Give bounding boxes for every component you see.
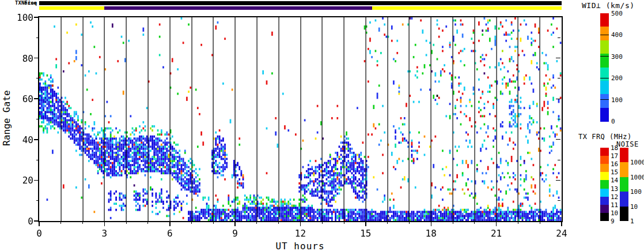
x-tick-label: 12	[288, 228, 313, 239]
txfrq-colorbar-label: 15	[611, 168, 618, 176]
txfrq-colorbar-label: 12	[611, 193, 618, 201]
y-minor-tick	[36, 38, 39, 38]
colorbar-segment	[600, 148, 609, 156]
noise-colorbar-label: 10000	[630, 159, 644, 166]
x-major-tick	[39, 221, 40, 226]
y-axis-title: Range Gate	[1, 69, 12, 167]
wid-colorbar-label: 500	[611, 10, 623, 17]
txfrq-colorbar-label: 11	[611, 201, 618, 209]
y-right-tick	[558, 160, 560, 160]
y-major-tick	[34, 139, 39, 140]
txfrq-colorbar-label: 13	[611, 185, 618, 193]
x-minor-tick	[147, 221, 148, 224]
wid-colorbar-label: 200	[611, 74, 623, 82]
y-tick-label: 100	[13, 12, 33, 23]
x-minor-tick	[191, 221, 192, 224]
y-right-tick	[558, 78, 560, 78]
txfrq-colorbar-label: 17	[611, 152, 618, 160]
wid-colorbar-label: 400	[611, 31, 623, 39]
x-tick-label: 0	[26, 228, 52, 239]
x-axis-title: UT hours	[248, 241, 352, 251]
noise-colorbar-label: 1000	[630, 174, 644, 181]
wid-colorbar-tickline	[600, 35, 609, 35]
txfreq-bar-label: TX Freq	[0, 0, 37, 6]
x-minor-tick	[278, 221, 279, 224]
y-right-tick	[558, 38, 560, 38]
txfrq-colorbar	[600, 148, 609, 221]
noise-colorbar-label: 100	[630, 188, 642, 196]
x-minor-tick	[453, 221, 453, 224]
x-tick-label: 18	[418, 228, 444, 239]
y-tick-label: 60	[13, 93, 33, 104]
y-right-tick	[556, 139, 560, 140]
y-tick-label: 20	[13, 175, 33, 186]
x-minor-tick	[82, 221, 83, 224]
y-tick-label: 80	[13, 53, 33, 64]
y-major-tick	[34, 58, 39, 59]
colorbar-segment	[600, 68, 609, 81]
wid-colorbar-label: 0	[611, 118, 615, 125]
x-minor-tick	[256, 221, 257, 224]
colorbar-segment	[600, 81, 609, 95]
y-right-tick	[556, 58, 560, 58]
colorbar-segment	[600, 94, 609, 108]
txfreq-bar-segment	[372, 6, 562, 10]
y-right-tick	[558, 119, 560, 119]
colorbar-segment	[600, 197, 609, 205]
noise-colorbar	[620, 148, 628, 221]
x-major-tick	[365, 221, 366, 226]
colorbar-segment	[600, 156, 609, 164]
txfreq-bar-segment	[39, 6, 104, 10]
wid-colorbar-label: 100	[611, 96, 623, 104]
x-tick-label: 9	[222, 228, 248, 239]
colorbar-segment	[600, 172, 609, 181]
x-tick-label: 6	[157, 228, 183, 239]
colorbar-segment	[600, 40, 609, 54]
txfrq-colorbar-label: 14	[611, 177, 618, 184]
colorbar-segment	[600, 164, 609, 173]
x-minor-tick	[344, 221, 344, 224]
x-tick-label: 24	[549, 228, 574, 239]
colorbar-segment	[600, 180, 609, 189]
colorbar-segment	[600, 205, 609, 213]
x-major-tick	[234, 221, 236, 226]
colorbar-segment	[600, 189, 609, 197]
wid-colorbar	[600, 13, 609, 121]
x-minor-tick	[409, 221, 410, 224]
colorbar-segment	[600, 108, 609, 122]
txfrq-colorbar-label: 18	[611, 144, 618, 152]
y-major-tick	[34, 180, 39, 181]
radar-range-time-plot: Noise TX Freq Range Gate UT hours WID⊥ (…	[0, 0, 644, 251]
x-major-tick	[496, 221, 497, 226]
colorbar-segment	[620, 177, 628, 192]
x-tick-label: 21	[484, 228, 509, 239]
y-major-tick	[34, 220, 39, 222]
x-minor-tick	[540, 221, 540, 224]
colorbar-segment	[620, 192, 628, 207]
y-tick-label: 40	[13, 134, 33, 145]
x-major-tick	[300, 221, 301, 226]
txfrq-colorbar-label: 16	[611, 160, 618, 168]
txfrq-colorbar-title: TX FRQ (MHz)	[578, 133, 632, 141]
y-major-tick	[34, 17, 39, 18]
x-minor-tick	[213, 221, 214, 224]
colorbar-segment	[620, 162, 628, 177]
colorbar-segment	[620, 148, 628, 163]
wid-colorbar-tickline	[600, 78, 609, 78]
y-right-tick	[556, 99, 560, 99]
colorbar-segment	[600, 27, 609, 40]
x-minor-tick	[60, 221, 61, 224]
wid-colorbar-tickline	[600, 99, 609, 100]
x-tick-label: 3	[92, 228, 117, 239]
x-minor-tick	[474, 221, 475, 224]
noise-colorbar-label: 10	[630, 203, 638, 211]
txfrq-colorbar-label: 10	[611, 209, 618, 217]
x-major-tick	[104, 221, 105, 226]
noise-bar-segment	[39, 1, 562, 5]
x-major-tick	[169, 221, 171, 226]
y-major-tick	[34, 98, 39, 99]
noise-colorbar-label: 1	[630, 218, 634, 225]
x-tick-label: 15	[353, 228, 378, 239]
colorbar-segment	[620, 207, 628, 222]
y-tick-label: 0	[13, 216, 33, 227]
